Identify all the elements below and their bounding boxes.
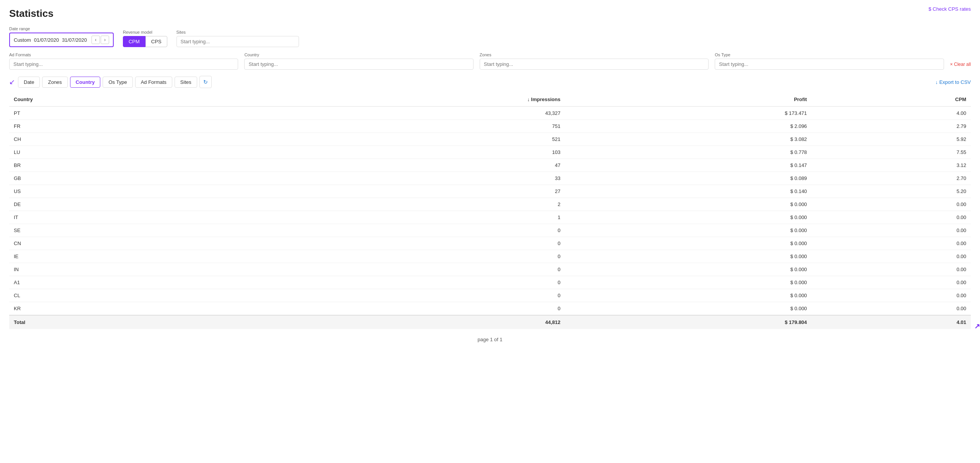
zones-filter: Zones xyxy=(480,52,709,70)
cell-impressions: 2 xyxy=(232,198,565,211)
cell-country: IT xyxy=(9,211,232,224)
table-row: US 27 $ 0.140 5.20 xyxy=(9,185,971,198)
tab-country[interactable]: Country xyxy=(70,77,101,88)
tab-os-type[interactable]: Os Type xyxy=(103,77,132,88)
date-range-label: Date range xyxy=(9,26,114,31)
table-row: LU 103 $ 0.778 7.55 xyxy=(9,146,971,159)
os-type-input[interactable] xyxy=(715,59,944,70)
cell-impressions: 521 xyxy=(232,133,565,146)
cell-profit: $ 0.000 xyxy=(565,224,812,237)
table-row: CL 0 $ 0.000 0.00 xyxy=(9,289,971,302)
col-country: Country xyxy=(9,93,232,106)
table-row: PT 43,327 $ 173.471 4.00 xyxy=(9,106,971,120)
table-row: CN 0 $ 0.000 0.00 xyxy=(9,237,971,250)
tab-ad-formats[interactable]: Ad Formats xyxy=(135,77,172,88)
tab-date[interactable]: Date xyxy=(18,77,40,88)
total-impressions: 44,812 xyxy=(232,315,565,329)
cell-cpm: 2.70 xyxy=(812,172,971,185)
revenue-model-buttons: CPM CPS xyxy=(123,36,167,47)
table-row: SE 0 $ 0.000 0.00 xyxy=(9,224,971,237)
cell-cpm: 4.00 xyxy=(812,106,971,120)
cell-impressions: 0 xyxy=(232,250,565,263)
cell-impressions: 1 xyxy=(232,211,565,224)
sites-label: Sites xyxy=(176,30,971,34)
ad-formats-label: Ad Formats xyxy=(9,52,238,57)
country-filter: Country xyxy=(244,52,473,70)
cell-impressions: 0 xyxy=(232,302,565,316)
date-end: 31/07/2020 xyxy=(62,37,87,43)
os-type-filter: Os Type xyxy=(715,52,944,70)
cell-impressions: 0 xyxy=(232,224,565,237)
table-row: IE 0 $ 0.000 0.00 xyxy=(9,250,971,263)
cell-country: GB xyxy=(9,172,232,185)
country-label: Country xyxy=(244,52,473,57)
cell-country: FR xyxy=(9,120,232,133)
table-row: KR 0 $ 0.000 0.00 xyxy=(9,302,971,316)
cell-cpm: 0.00 xyxy=(812,237,971,250)
cell-profit: $ 0.000 xyxy=(565,276,812,289)
statistics-table-wrap: Country ↓ Impressions Profit CPM PT 43,3… xyxy=(9,93,971,329)
ad-formats-filter: Ad Formats xyxy=(9,52,238,70)
date-start: 01/07/2020 xyxy=(34,37,59,43)
cell-cpm: 0.00 xyxy=(812,198,971,211)
cell-cpm: 3.12 xyxy=(812,159,971,172)
cell-country: US xyxy=(9,185,232,198)
cell-profit: $ 3.082 xyxy=(565,133,812,146)
date-nav: ‹ › xyxy=(91,36,109,44)
cell-impressions: 33 xyxy=(232,172,565,185)
cell-profit: $ 2.096 xyxy=(565,120,812,133)
total-label: Total xyxy=(9,315,232,329)
date-next-button[interactable]: › xyxy=(101,36,109,44)
cell-impressions: 0 xyxy=(232,237,565,250)
cell-country: LU xyxy=(9,146,232,159)
export-csv-button[interactable]: ↓ Export to CSV xyxy=(936,79,971,85)
col-profit: Profit xyxy=(565,93,812,106)
tab-arrow-indicator: ↙ xyxy=(9,78,15,86)
table-row: CH 521 $ 3.082 5.92 xyxy=(9,133,971,146)
cell-profit: $ 0.000 xyxy=(565,198,812,211)
cell-country: CN xyxy=(9,237,232,250)
date-range-box[interactable]: Custom 01/07/2020 31/07/2020 ‹ › xyxy=(9,33,114,47)
col-impressions[interactable]: ↓ Impressions xyxy=(232,93,565,106)
revenue-model-label: Revenue model xyxy=(123,30,167,34)
cpm-button[interactable]: CPM xyxy=(123,36,145,47)
cell-profit: $ 0.140 xyxy=(565,185,812,198)
cell-cpm: 0.00 xyxy=(812,250,971,263)
cell-profit: $ 0.778 xyxy=(565,146,812,159)
sites-input[interactable] xyxy=(176,36,299,47)
cell-profit: $ 0.000 xyxy=(565,302,812,316)
refresh-button[interactable]: ↻ xyxy=(199,76,212,88)
table-row: BR 47 $ 0.147 3.12 xyxy=(9,159,971,172)
table-row: GB 33 $ 0.089 2.70 xyxy=(9,172,971,185)
date-prev-button[interactable]: ‹ xyxy=(91,36,100,44)
pagination-info: page 1 of 1 xyxy=(9,329,971,350)
cell-cpm: 0.00 xyxy=(812,263,971,276)
cell-cpm: 2.79 xyxy=(812,120,971,133)
page-title: Statistics xyxy=(9,8,971,20)
table-row: DE 2 $ 0.000 0.00 xyxy=(9,198,971,211)
cell-cpm: 5.92 xyxy=(812,133,971,146)
total-profit: $ 179.804 xyxy=(565,315,812,329)
cell-country: IN xyxy=(9,263,232,276)
col-cpm: CPM xyxy=(812,93,971,106)
cell-cpm: 0.00 xyxy=(812,224,971,237)
clear-all-button[interactable]: × Clear all xyxy=(950,62,971,67)
table-total-row: Total 44,812 $ 179.804 4.01 ↗ xyxy=(9,315,971,329)
cell-country: KR xyxy=(9,302,232,316)
table-row: A1 0 $ 0.000 0.00 xyxy=(9,276,971,289)
tab-sites[interactable]: Sites xyxy=(175,77,197,88)
total-cpm: 4.01 ↗ xyxy=(812,315,971,329)
check-cps-link[interactable]: $ Check CPS rates xyxy=(928,6,971,12)
zones-label: Zones xyxy=(480,52,709,57)
zones-input[interactable] xyxy=(480,59,709,70)
cell-profit: $ 0.000 xyxy=(565,263,812,276)
country-input[interactable] xyxy=(244,59,473,70)
cell-impressions: 47 xyxy=(232,159,565,172)
tab-zones[interactable]: Zones xyxy=(42,77,67,88)
cell-country: SE xyxy=(9,224,232,237)
cell-country: DE xyxy=(9,198,232,211)
ad-formats-input[interactable] xyxy=(9,59,238,70)
cps-button[interactable]: CPS xyxy=(145,36,167,47)
date-preset: Custom xyxy=(14,37,31,43)
cell-profit: $ 0.000 xyxy=(565,250,812,263)
